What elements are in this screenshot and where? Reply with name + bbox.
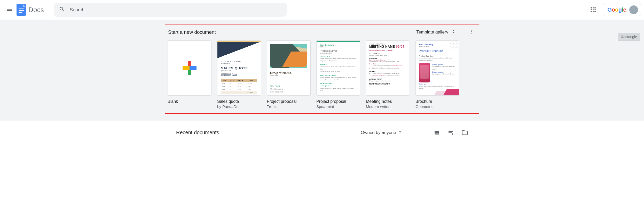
ownership-filter-button[interactable]: Owned by anyone — [361, 129, 403, 136]
app-header: Docs Google — [0, 0, 644, 20]
avatar[interactable] — [629, 5, 638, 14]
svg-point-1 — [471, 31, 472, 32]
template-title: Blank — [168, 99, 211, 104]
list-view-button[interactable] — [434, 130, 440, 136]
divider — [463, 29, 463, 36]
template-card-meeting-notes[interactable]: YOUR COMPANY MEETING NAME 09/04 04 SEPTE… — [366, 40, 410, 109]
template-subtitle: Modern writer — [366, 104, 410, 109]
template-title: Sales quote — [217, 99, 261, 104]
templates-header: Start a new document Template gallery — [168, 24, 476, 40]
hamburger-icon — [6, 6, 12, 13]
apps-grid-icon — [591, 7, 596, 12]
templates-more-button[interactable] — [467, 28, 476, 37]
template-thumb: COMPANY NAME Address line SALES QUOTE QU… — [217, 40, 261, 96]
template-thumb: Project Name 00.14.20XX Your NameThe Com… — [267, 40, 311, 96]
template-subtitle: Geometric — [415, 104, 459, 109]
open-file-picker-button[interactable] — [462, 130, 468, 136]
template-title: Project proposal — [267, 99, 311, 104]
template-title: Brochure — [415, 99, 459, 104]
template-card-project-spearmint[interactable]: Your Company 123 Street Project Name 4th… — [316, 40, 360, 109]
sort-az-icon — [448, 132, 454, 137]
template-thumb: Your Company 123 Street Project Name 4th… — [316, 40, 360, 96]
template-title: Project proposal — [316, 99, 360, 104]
folder-icon — [462, 132, 468, 137]
sort-button[interactable] — [448, 130, 454, 136]
template-gallery-button[interactable]: Template gallery — [414, 27, 459, 37]
template-card-blank[interactable]: Blank — [168, 40, 211, 109]
template-subtitle: by PandaDoc — [217, 104, 261, 109]
template-gallery-label: Template gallery — [416, 30, 448, 35]
google-account-button[interactable]: Google — [603, 4, 641, 16]
template-card-brochure[interactable]: Your Company September 04 20XX Product B… — [415, 40, 459, 109]
docs-icon — [17, 4, 26, 16]
search-input[interactable] — [70, 7, 282, 13]
list-view-icon — [434, 132, 440, 137]
template-subtitle: Tropic — [267, 104, 311, 109]
dropdown-icon — [398, 129, 403, 136]
templates-title: Start a new document — [168, 29, 216, 35]
docs-logo[interactable]: Docs — [17, 4, 44, 16]
templates-section: Start a new document Template gallery — [0, 20, 644, 121]
annotation-rectangle-label: Rectangle — [618, 33, 640, 41]
svg-point-2 — [471, 33, 472, 33]
ownership-filter-label: Owned by anyone — [361, 130, 396, 135]
template-title: Meeting notes — [366, 99, 410, 104]
recent-documents-bar: Recent documents Owned by anyone — [176, 121, 468, 138]
more-vert-icon — [469, 29, 474, 35]
template-thumb: Your Company September 04 20XX Product B… — [415, 40, 459, 96]
google-apps-button[interactable] — [587, 4, 599, 16]
recent-title: Recent documents — [176, 130, 219, 136]
svg-point-0 — [471, 30, 472, 30]
annotation-highlight-box: Start a new document Template gallery — [165, 24, 479, 113]
template-subtitle: Spearmint — [316, 104, 360, 109]
template-thumb — [168, 40, 211, 96]
search-bar[interactable] — [54, 3, 287, 17]
plus-icon — [183, 61, 197, 75]
template-card-project-tropic[interactable]: Project Name 00.14.20XX Your NameThe Com… — [267, 40, 311, 109]
search-icon — [59, 6, 65, 13]
google-logo: Google — [607, 6, 626, 13]
template-cards-row: Blank COMPANY NAME Address line SALES QU… — [168, 40, 476, 109]
app-name: Docs — [28, 6, 44, 14]
main-menu-button[interactable] — [3, 4, 15, 16]
template-card-sales-quote[interactable]: COMPANY NAME Address line SALES QUOTE QU… — [217, 40, 261, 109]
unfold-icon — [451, 29, 456, 35]
template-thumb: YOUR COMPANY MEETING NAME 09/04 04 SEPTE… — [366, 40, 410, 96]
